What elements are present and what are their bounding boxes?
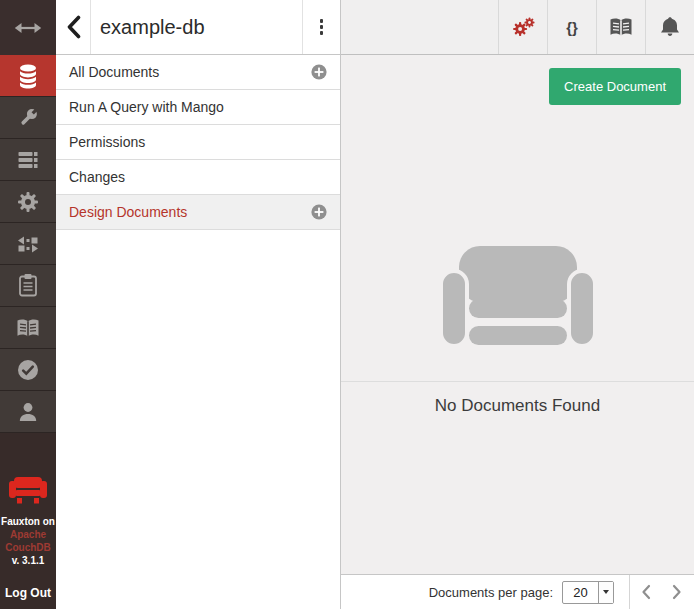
- couch-illustration: [441, 246, 595, 346]
- database-options-button[interactable]: [302, 0, 340, 54]
- nav-item-documentation[interactable]: [0, 307, 56, 349]
- nav-item-config[interactable]: [0, 181, 56, 223]
- check-circle-icon: [16, 358, 40, 382]
- add-design-doc-button[interactable]: [311, 204, 327, 220]
- menu-item-design-documents[interactable]: Design Documents: [56, 195, 340, 230]
- bell-icon: [658, 15, 682, 39]
- chevron-left-icon: [641, 584, 651, 600]
- nav-item-verify[interactable]: [0, 265, 56, 307]
- database-sidebar: example-db All Documents Run A Query wit…: [56, 0, 341, 609]
- caret-down-icon: [603, 590, 609, 594]
- pagination-footer: Documents per page: 20: [341, 574, 694, 609]
- menu-item-mango-query[interactable]: Run A Query with Mango: [56, 90, 340, 125]
- menu-item-label: All Documents: [69, 64, 159, 80]
- couch-logo-icon: [9, 477, 47, 504]
- per-page-select[interactable]: 20: [562, 581, 614, 604]
- menu-item-label: Changes: [69, 169, 125, 185]
- nav-item-replication[interactable]: [0, 223, 56, 265]
- main-panel: {} Create Document: [341, 0, 694, 609]
- nav-item-collapse[interactable]: [0, 0, 56, 55]
- nav-item-account[interactable]: [0, 391, 56, 433]
- json-button[interactable]: {}: [547, 0, 596, 54]
- chevron-right-icon: [672, 584, 682, 600]
- braces-icon: {}: [566, 19, 578, 36]
- menu-item-all-documents[interactable]: All Documents: [56, 55, 340, 90]
- main-header: {}: [341, 0, 694, 55]
- menu-item-permissions[interactable]: Permissions: [56, 125, 340, 160]
- menu-item-changes[interactable]: Changes: [56, 160, 340, 195]
- gear-icon: [16, 190, 40, 214]
- brand-line-1: Fauxton on: [1, 515, 55, 528]
- fauxton-app: Fauxton on Apache CouchDB v. 3.1.1 Log O…: [0, 0, 694, 609]
- menu-item-label: Design Documents: [69, 204, 187, 220]
- nav-item-active-tasks[interactable]: [0, 139, 56, 181]
- brand-text: Fauxton on Apache CouchDB v. 3.1.1: [1, 515, 55, 567]
- plus-circle-icon: [311, 64, 327, 80]
- sidebar-header: example-db: [56, 0, 340, 55]
- nav-item-verify-install[interactable]: [0, 349, 56, 391]
- create-document-button[interactable]: Create Document: [549, 68, 681, 105]
- gears-icon: [510, 15, 537, 39]
- per-page-value: 20: [563, 582, 598, 603]
- select-caret[interactable]: [598, 582, 613, 603]
- plus-circle-icon: [311, 204, 327, 220]
- back-button[interactable]: [56, 0, 91, 54]
- brand-line-2: Apache: [1, 528, 55, 541]
- menu-item-label: Run A Query with Mango: [69, 99, 224, 115]
- documentation-button[interactable]: [596, 0, 645, 54]
- book-icon: [15, 317, 41, 339]
- wrench-icon: [16, 106, 40, 130]
- api-gears-button[interactable]: [498, 0, 547, 54]
- notifications-button[interactable]: [645, 0, 694, 54]
- next-page-button[interactable]: [661, 575, 692, 609]
- database-icon: [16, 63, 40, 89]
- nav-item-databases[interactable]: [0, 55, 56, 97]
- logout-button[interactable]: Log Out: [5, 586, 51, 600]
- book-icon: [608, 16, 634, 38]
- brand-line-3: CouchDB: [1, 541, 55, 554]
- nav-item-setup[interactable]: [0, 97, 56, 139]
- active-tasks-icon: [16, 149, 40, 171]
- empty-state-message: No Documents Found: [341, 382, 694, 416]
- previous-page-button[interactable]: [630, 575, 661, 609]
- nav-footer: Fauxton on Apache CouchDB v. 3.1.1 Log O…: [0, 433, 56, 609]
- chevron-left-icon: [66, 15, 81, 39]
- documents-content: Create Document No Documents Found: [341, 55, 694, 574]
- couchdb-logo[interactable]: [9, 477, 47, 504]
- add-document-button[interactable]: [311, 64, 327, 80]
- replication-icon: [16, 233, 40, 255]
- menu-item-label: Permissions: [69, 134, 145, 150]
- person-icon: [16, 400, 40, 423]
- resize-icon: [14, 20, 42, 36]
- per-page-label: Documents per page:: [429, 585, 553, 600]
- kebab-menu-icon: [320, 19, 324, 35]
- database-menu: All Documents Run A Query with Mango Per…: [56, 55, 340, 230]
- database-title: example-db: [91, 0, 302, 54]
- brand-version: v. 3.1.1: [1, 554, 55, 567]
- primary-nav: Fauxton on Apache CouchDB v. 3.1.1 Log O…: [0, 0, 56, 609]
- clipboard-icon: [17, 273, 39, 298]
